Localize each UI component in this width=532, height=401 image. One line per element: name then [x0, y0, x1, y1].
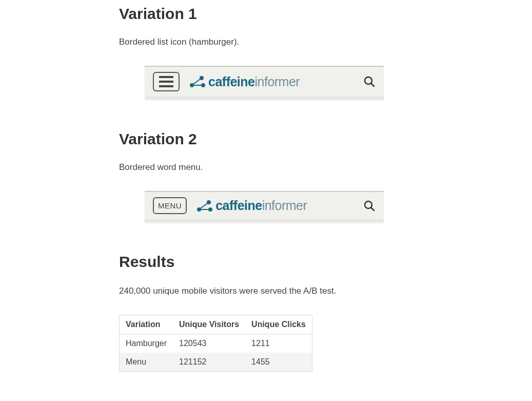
col-clicks: Unique Clicks [245, 315, 312, 334]
variation-1-description: Bordered list icon (hamburger). [119, 37, 406, 47]
variation-2-description: Bordered word menu. [119, 162, 406, 173]
network-icon [196, 199, 213, 213]
results-table: Variation Unique Visitors Unique Clicks … [119, 315, 312, 372]
svg-line-13 [371, 207, 374, 211]
table-row: Hamburger 120543 1211 [120, 334, 312, 353]
variation-2-section: Variation 2 Bordered word menu. MENU caf… [119, 130, 406, 222]
svg-line-6 [371, 83, 374, 86]
cell-visitors: 120543 [173, 334, 245, 353]
brand-text: caffeineinformer [215, 198, 307, 213]
network-icon [189, 75, 206, 88]
brand-logo[interactable]: caffeineinformer [196, 198, 354, 213]
hamburger-icon [159, 76, 173, 87]
brand-logo[interactable]: caffeineinformer [189, 74, 354, 89]
svg-line-3 [192, 78, 202, 85]
svg-line-10 [199, 202, 209, 209]
variation-1-header-mock: caffeineinformer [145, 66, 384, 100]
menu-word-button[interactable]: MENU [153, 197, 187, 214]
search-icon[interactable] [363, 75, 376, 88]
hamburger-menu-button[interactable] [153, 72, 180, 91]
col-variation: Variation [120, 315, 173, 334]
table-row: Menu 121152 1455 [120, 353, 312, 372]
cell-clicks: 1211 [245, 334, 312, 353]
results-section: Results 240,000 unique mobile visitors w… [119, 253, 406, 372]
variation-1-section: Variation 1 Bordered list icon (hamburge… [119, 5, 406, 100]
search-icon[interactable] [363, 200, 376, 212]
variation-2-header-mock: MENU caffeineinformer [145, 191, 384, 222]
variation-2-heading: Variation 2 [119, 130, 406, 148]
results-description: 240,000 unique mobile visitors were serv… [119, 286, 406, 296]
variation-1-heading: Variation 1 [119, 5, 406, 23]
cell-clicks: 1455 [245, 353, 312, 372]
brand-text: caffeineinformer [208, 74, 300, 89]
results-heading: Results [119, 253, 406, 271]
cell-visitors: 121152 [173, 353, 245, 372]
cell-variation: Menu [120, 353, 173, 372]
cell-variation: Hamburger [120, 334, 173, 353]
col-visitors: Unique Visitors [173, 315, 245, 334]
